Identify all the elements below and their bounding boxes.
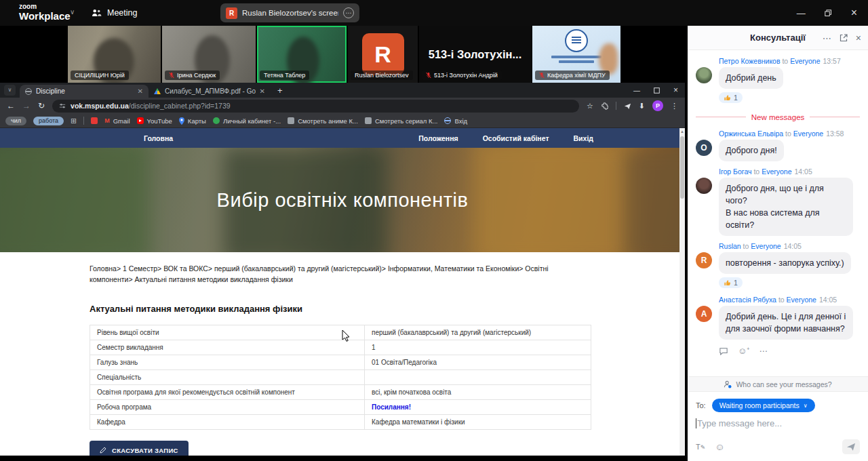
bookmark-serial[interactable]: Смотреть сериал К... bbox=[365, 117, 438, 125]
recipient-name[interactable]: Everyone bbox=[787, 296, 816, 304]
bookmark-vhid[interactable]: Вхід bbox=[444, 117, 467, 125]
emoji-icon[interactable]: ☺ bbox=[715, 442, 724, 452]
apps-grid-icon[interactable]: ⊞ bbox=[71, 117, 77, 125]
reload-icon[interactable]: ↻ bbox=[38, 102, 45, 110]
chat-message: R Ruslan to Everyone14:05 повторення - з… bbox=[696, 242, 860, 289]
row-label: Спеціальність bbox=[90, 369, 365, 384]
window-controls: — × bbox=[797, 0, 857, 26]
video-tile[interactable]: R Ruslan Bielozortsev bbox=[348, 26, 418, 83]
bookmark-favicon-red[interactable] bbox=[91, 117, 98, 124]
browser-close-button[interactable]: × bbox=[673, 85, 678, 95]
url-host: vok.mspu.edu.ua bbox=[71, 102, 129, 110]
video-tile-active-speaker[interactable]: Тетяна Таблер bbox=[257, 26, 347, 83]
translate-icon[interactable] bbox=[624, 102, 631, 110]
more-actions-icon[interactable]: ⋯ bbox=[759, 346, 767, 356]
tab-shared-screen[interactable]: R Ruslan Bielozortsev's screen ⋯ bbox=[220, 3, 359, 22]
video-tile[interactable]: Кафедра хімії МДПУ bbox=[532, 26, 620, 83]
bookmark-maps[interactable]: Карты bbox=[179, 117, 206, 125]
video-tile[interactable]: Ірина Сердюк bbox=[162, 26, 256, 83]
close-button[interactable]: × bbox=[851, 7, 857, 18]
chat-message: Ігор Богач to Everyone14:05 Доброго дня,… bbox=[696, 167, 860, 237]
share-tab-more-icon[interactable]: ⋯ bbox=[343, 7, 354, 18]
row-label: Робоча програма bbox=[90, 399, 365, 414]
site-info-icon[interactable] bbox=[59, 102, 66, 109]
nav-cabinet-link[interactable]: Особистий кабінет bbox=[483, 134, 549, 142]
chevron-down-icon[interactable]: ∨ bbox=[70, 8, 75, 16]
video-tile[interactable]: СІЦИЛІЦИН Юрій bbox=[68, 26, 161, 83]
sender-name[interactable]: Оржинська Ельвіра bbox=[719, 129, 783, 138]
cancel-enrollment-button[interactable]: СКАСУВАТИ ЗАПИС bbox=[90, 441, 189, 456]
page-scrollbar[interactable]: ▲ bbox=[679, 128, 685, 456]
sender-name[interactable]: Анастасія Рябуха bbox=[719, 296, 776, 304]
tab-group-chip[interactable]: работа bbox=[33, 117, 64, 125]
browser-tab-pdf[interactable]: Силабус_М_АПМВФ.pdf - Goo ✕ bbox=[149, 85, 271, 98]
forward-icon[interactable]: → bbox=[22, 102, 31, 110]
sender-name[interactable]: Ruslan bbox=[719, 242, 741, 250]
bookmark-star-icon[interactable]: ☆ bbox=[587, 102, 593, 110]
popout-icon[interactable] bbox=[840, 34, 848, 42]
bookmark-anime[interactable]: Смотреть аниме К... bbox=[288, 117, 358, 125]
nav-home-link[interactable]: Головна bbox=[144, 134, 173, 142]
extensions-icon[interactable] bbox=[601, 102, 608, 110]
message-bubble: Доброго дня, що це і для чого? В нас нов… bbox=[719, 178, 853, 237]
breadcrumb: Головна> 1 Семестр> ВОК та ВОКС> перший … bbox=[90, 264, 575, 285]
add-reaction-icon[interactable]: ☺+ bbox=[738, 346, 749, 356]
chat-close-icon[interactable]: × bbox=[856, 33, 861, 43]
share-initial-badge: R bbox=[226, 7, 237, 19]
send-button[interactable] bbox=[842, 439, 860, 454]
minimize-button[interactable]: — bbox=[797, 9, 806, 18]
format-text-icon[interactable]: T✎ bbox=[696, 443, 705, 451]
message-input[interactable]: Type message here... bbox=[688, 416, 868, 428]
thumbs-up-reaction[interactable]: 1 bbox=[719, 277, 743, 288]
web-page: Головна Положення Особистий кабінет Вихі… bbox=[0, 128, 685, 456]
new-tab-button[interactable]: + bbox=[277, 85, 283, 96]
browser-menu-icon[interactable]: ⋮ bbox=[671, 102, 678, 110]
globe-icon bbox=[444, 117, 451, 124]
browser-tabstrip: ∨ Discipline ✕ Силабус_М_АПМВФ.pdf - Goo… bbox=[0, 83, 685, 98]
send-plane-icon bbox=[846, 443, 856, 452]
visibility-note[interactable]: Who can see your messages? bbox=[688, 376, 868, 392]
tab-group-chip[interactable]: чил bbox=[5, 117, 26, 125]
reply-icon[interactable] bbox=[719, 347, 728, 355]
row-value: 1 bbox=[365, 340, 591, 355]
recipient-name[interactable]: Everyone bbox=[790, 57, 820, 65]
downloads-icon[interactable]: ⬇ bbox=[639, 102, 645, 110]
recipient-name[interactable]: Everyone bbox=[762, 167, 791, 176]
nav-polozhennia-link[interactable]: Положення bbox=[418, 134, 458, 142]
avatar: R bbox=[362, 33, 404, 75]
tab-meeting[interactable]: Meeting bbox=[92, 0, 137, 26]
recipient-name[interactable]: Everyone bbox=[793, 129, 823, 138]
mouse-cursor bbox=[342, 329, 351, 342]
bookmark-gmail[interactable]: MGmail bbox=[104, 117, 130, 125]
video-tile[interactable]: 513-і Золотухін... 513-і Золотухін Андрі… bbox=[419, 26, 531, 83]
bookmark-cabinet[interactable]: Личный кабинет -... bbox=[213, 117, 281, 125]
tab-close-icon[interactable]: ✕ bbox=[138, 87, 143, 95]
discipline-info-table: Рівень вищої освіти перший (бакалаврськи… bbox=[90, 325, 591, 430]
text-caret bbox=[696, 418, 696, 428]
tab-title: Discipline bbox=[36, 87, 65, 95]
work-program-link[interactable]: Посилання! bbox=[372, 403, 411, 411]
tab-search-icon[interactable]: ∨ bbox=[4, 85, 16, 96]
meeting-tab-label: Meeting bbox=[107, 8, 137, 18]
bookmarks-bar: чил работа ⊞ MGmail YouTube Карты Личный… bbox=[0, 114, 685, 128]
scroll-up-icon[interactable]: ▲ bbox=[679, 128, 685, 135]
participant-name-tag: СІЦИЛІЦИН Юрій bbox=[71, 71, 129, 80]
profile-avatar[interactable]: P bbox=[652, 100, 663, 111]
browser-restore-button[interactable] bbox=[654, 87, 660, 94]
bookmark-youtube[interactable]: YouTube bbox=[137, 117, 172, 125]
tab-close-icon[interactable]: ✕ bbox=[260, 87, 265, 95]
scrollbar-thumb[interactable] bbox=[680, 136, 684, 199]
recipient-selector[interactable]: Waiting room participants ∨ bbox=[712, 399, 815, 412]
sender-name[interactable]: Ігор Богач bbox=[719, 167, 752, 176]
chat-more-icon[interactable]: ⋯ bbox=[823, 33, 831, 43]
recipient-name[interactable]: Everyone bbox=[751, 242, 781, 250]
restore-button[interactable] bbox=[825, 9, 832, 17]
sender-name[interactable]: Петро Кожевников bbox=[719, 57, 781, 65]
nav-logout-link[interactable]: Вихід bbox=[574, 134, 593, 142]
browser-minimize-button[interactable]: — bbox=[633, 87, 640, 94]
address-bar[interactable]: vok.mspu.edu.ua/discipline_cabinet.php?i… bbox=[52, 100, 579, 113]
browser-tab-discipline[interactable]: Discipline ✕ bbox=[20, 85, 149, 98]
back-icon[interactable]: ← bbox=[7, 102, 15, 110]
message-bubble: Добрий день bbox=[719, 67, 783, 89]
thumbs-up-reaction[interactable]: 1 bbox=[719, 92, 743, 103]
